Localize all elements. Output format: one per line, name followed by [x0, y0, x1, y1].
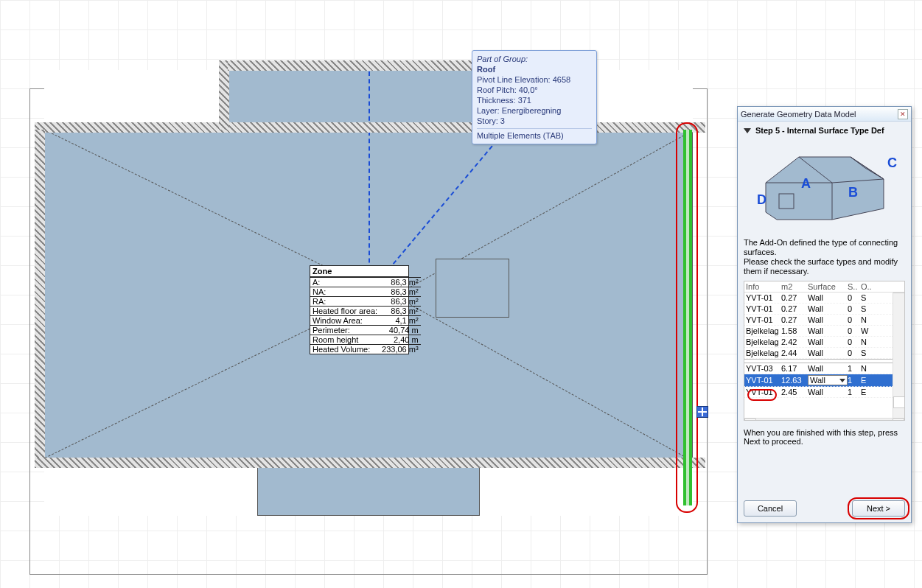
roof-ridge [45, 130, 324, 266]
zone-row-value: 233,06 m³ [380, 345, 421, 354]
inner-opening [436, 259, 509, 318]
zone-row-value: 40,74 m [380, 326, 421, 335]
zone-row-value: 4,1 m² [380, 316, 421, 326]
col-s: S.. [848, 282, 861, 291]
cancel-button[interactable]: Cancel [744, 500, 797, 517]
cell-m2: 1.58 [781, 326, 808, 335]
col-o: O.. [861, 282, 874, 291]
cell-o: W [861, 326, 874, 335]
plan-canvas[interactable]: Part of Group: Roof Pivot Line Elevation… [0, 0, 922, 588]
cell-s: 0 [848, 337, 861, 346]
cell-o: N [861, 337, 874, 346]
table-row[interactable]: YVT-010.27Wall0S [744, 293, 904, 304]
cell-info: YVT-01 [746, 376, 781, 385]
cell-o: E [861, 388, 874, 396]
zone-row-key: RA: [310, 297, 380, 307]
cell-s: 0 [848, 293, 861, 302]
cell-m2: 2.44 [781, 349, 808, 357]
wall-hatch [35, 130, 45, 461]
cell-info: YVT-03 [746, 364, 781, 373]
scroll-right-icon[interactable] [893, 419, 904, 421]
highlight-halo [747, 389, 777, 401]
pet-palette-icon[interactable] [696, 406, 708, 418]
cell-surface: Wall [808, 304, 848, 313]
zone-row-key: NA: [310, 287, 380, 297]
cell-m2: 2.45 [781, 388, 808, 396]
table-row[interactable]: Bjelkelag2.44Wall0S [744, 348, 904, 359]
chevron-down-icon [744, 128, 751, 133]
table-row[interactable]: YVT-010.27Wall0S [744, 304, 904, 315]
horizontal-scrollbar[interactable] [744, 418, 904, 421]
next-button[interactable]: Next > [852, 500, 905, 517]
zone-stamp: Zone A:86,3 m²NA:86,3 m²RA:86,3 m²Heated… [310, 265, 409, 354]
tooltip-group-name: Roof [477, 64, 592, 74]
cell-info: YVT-01 [746, 315, 781, 324]
col-m2: m2 [781, 282, 808, 291]
cell-s: 0 [848, 349, 861, 357]
roof-ridge [410, 304, 694, 462]
wall-hatch [35, 458, 705, 468]
step-header[interactable]: Step 5 - Internal Surface Type Def [744, 126, 905, 135]
scroll-down-icon[interactable] [893, 396, 905, 408]
roof-ridge [45, 322, 324, 458]
surface-type-dropdown[interactable]: Wall [808, 375, 848, 385]
tooltip-line: Pivot Line Elevation: 4658 [477, 74, 592, 85]
tooltip-tab-hint: Multiple Elements (TAB) [477, 128, 592, 141]
cell-m2: 0.27 [781, 304, 808, 313]
zone-row-value: 86,3 m² [380, 307, 421, 316]
table-row[interactable]: Bjelkelag1.58Wall0W [744, 326, 904, 337]
zone-title: Zone [310, 266, 408, 277]
wall-hatch [35, 122, 705, 133]
cell-info: Bjelkelag [746, 337, 781, 346]
cell-surface: Wall [808, 388, 848, 396]
diagram-label-c: C [887, 155, 897, 171]
step-description: The Add-On defined the type of connectin… [744, 238, 905, 276]
house-diagram: A B C D [744, 142, 906, 231]
cell-o: N [861, 315, 874, 324]
cell-surface: Wall [808, 315, 848, 324]
cell-info: Bjelkelag [746, 326, 781, 335]
zone-notch [44, 461, 258, 516]
table-row[interactable]: YVT-036.17Wall1N [744, 363, 904, 374]
tooltip-group-label: Part of Group: [477, 54, 592, 64]
cell-surface: Wall [808, 364, 848, 373]
cell-s: 0 [848, 304, 861, 313]
diagram-label-a: A [801, 176, 811, 192]
close-icon[interactable]: ✕ [898, 109, 908, 119]
zone-row-key: Perimeter: [310, 326, 380, 335]
chevron-down-icon [839, 379, 845, 382]
element-info-tooltip: Part of Group: Roof Pivot Line Elevation… [472, 50, 597, 144]
cell-surface: Wall [808, 326, 848, 335]
selection-halo [676, 122, 698, 513]
cell-surface: Wall [808, 349, 848, 357]
cell-o: S [861, 293, 874, 302]
cell-m2: 0.27 [781, 315, 808, 324]
cell-surface: Wall [808, 293, 848, 302]
cell-s: 1 [848, 364, 861, 373]
zone-row-key: Room height [310, 335, 380, 345]
cell-m2: 0.27 [781, 293, 808, 302]
table-row[interactable]: Bjelkelag2.42Wall0N [744, 337, 904, 348]
vertical-scrollbar[interactable] [893, 281, 904, 420]
table-row[interactable]: YVT-0112.63Wall1E [744, 374, 904, 387]
zone-row-value: 2,40 m [380, 335, 421, 345]
zone-notch [479, 461, 693, 516]
step-title: Step 5 - Internal Surface Type Def [755, 126, 884, 135]
table-row[interactable]: YVT-010.27Wall0N [744, 315, 904, 326]
zone-notch [44, 70, 228, 129]
zone-row-value: 86,3 m² [380, 278, 421, 287]
col-surface: Surface [808, 282, 848, 291]
wall-hatch [228, 60, 486, 71]
cell-m2: 6.17 [781, 364, 808, 373]
cell-o: S [861, 349, 874, 357]
cell-info: YVT-01 [746, 304, 781, 313]
dialog-titlebar[interactable]: Generate Geometry Data Model ✕ [738, 107, 911, 122]
tooltip-line: Story: 3 [477, 116, 592, 126]
cell-m2: 12.63 [781, 376, 808, 385]
svg-marker-0 [766, 157, 884, 220]
cell-s: 1 [848, 388, 861, 396]
scroll-left-icon[interactable] [744, 419, 756, 421]
cell-info: Bjelkelag [746, 349, 781, 357]
surface-table[interactable]: Info m2 Surface S.. O.. YVT-010.27Wall0S… [744, 281, 905, 421]
zone-row-key: Window Area: [310, 316, 380, 326]
